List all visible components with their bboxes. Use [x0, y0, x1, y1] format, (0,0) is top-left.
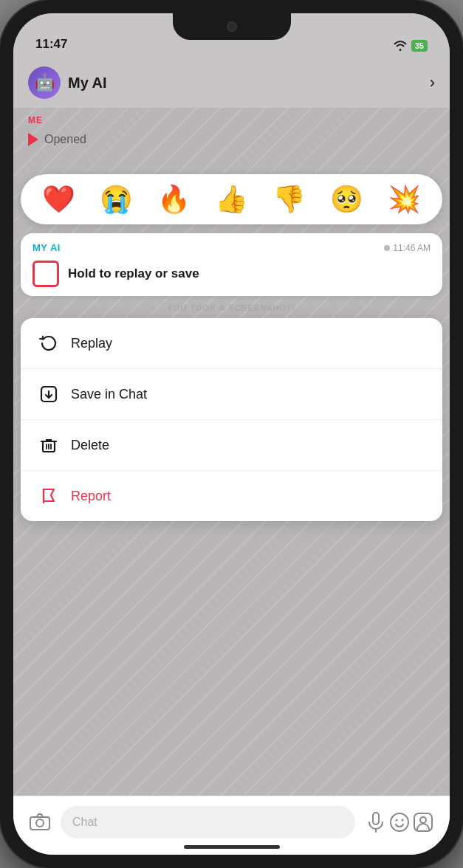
battery-badge: 35: [411, 40, 428, 52]
avatar: 🤖: [28, 66, 61, 99]
me-label: ME: [28, 115, 43, 125]
snap-preview: Hold to replay or save: [32, 261, 431, 287]
delete-label: Delete: [71, 438, 109, 453]
svg-rect-5: [373, 813, 379, 824]
status-icons: 35: [394, 40, 428, 52]
snap-box-icon: [32, 261, 59, 287]
svg-point-9: [402, 819, 404, 821]
camera-icon[interactable]: [28, 810, 52, 834]
my-ai-header: MY AI 11:46 AM: [32, 242, 431, 253]
chat-placeholder: Chat: [72, 816, 97, 829]
emoji-keyboard-icon[interactable]: [388, 810, 411, 834]
camera-notch: [227, 21, 237, 32]
my-ai-message: MY AI 11:46 AM Hold to replay or save: [21, 233, 442, 296]
menu-item-delete[interactable]: Delete: [21, 420, 442, 471]
status-bar: 11:47 35: [13, 13, 450, 58]
menu-item-save[interactable]: Save in Chat: [21, 369, 442, 420]
header-left: 🤖 My AI: [28, 66, 107, 99]
wifi-icon: [394, 41, 407, 51]
snap-message-text: Hold to replay or save: [68, 266, 199, 281]
menu-item-replay[interactable]: Replay: [21, 318, 442, 369]
menu-item-report[interactable]: Report: [21, 471, 442, 521]
header-chevron-icon[interactable]: ›: [430, 73, 435, 92]
svg-point-8: [396, 819, 398, 821]
ai-timestamp: 11:46 AM: [384, 243, 431, 253]
emoji-heart[interactable]: ❤️: [39, 180, 78, 218]
microphone-icon[interactable]: [364, 810, 388, 834]
replay-label: Replay: [71, 336, 112, 351]
home-indicator: [184, 845, 280, 849]
save-label: Save in Chat: [71, 387, 147, 402]
emoji-fire[interactable]: 🔥: [154, 180, 193, 218]
phone-frame: 11:47 35 🤖 My AI › ME: [0, 0, 463, 868]
bitmoji-icon[interactable]: [411, 810, 435, 834]
svg-point-7: [391, 813, 408, 831]
app-content: ME Opened ❤️ 😭 🔥 👍 👎 🥺 💥 MY AI: [13, 108, 450, 796]
context-menu: Replay Save in Chat: [21, 318, 442, 521]
delete-icon: [38, 435, 59, 455]
report-label: Report: [71, 489, 111, 504]
report-icon: [38, 486, 59, 506]
my-ai-label: MY AI: [32, 242, 61, 253]
emoji-cry[interactable]: 😭: [97, 180, 135, 218]
status-time: 11:47: [35, 37, 67, 52]
emoji-thumbsdown[interactable]: 👎: [270, 180, 309, 218]
emoji-thumbsup[interactable]: 👍: [212, 180, 250, 218]
chat-input[interactable]: Chat: [61, 806, 355, 838]
save-icon: [38, 384, 59, 404]
opened-arrow-icon: [28, 133, 38, 146]
notch: [173, 13, 291, 40]
opened-message: Opened: [28, 133, 86, 146]
emoji-explosion[interactable]: 💥: [385, 180, 424, 218]
emoji-pleading[interactable]: 🥺: [328, 180, 366, 218]
timestamp-dot: [384, 245, 390, 251]
emoji-reaction-row[interactable]: ❤️ 😭 🔥 👍 👎 🥺 💥: [21, 174, 442, 224]
phone-screen: 11:47 35 🤖 My AI › ME: [13, 13, 450, 855]
opened-text: Opened: [44, 133, 86, 146]
svg-point-11: [420, 817, 426, 823]
replay-icon: [38, 333, 59, 354]
chat-header: 🤖 My AI ›: [13, 58, 450, 108]
chat-title: My AI: [68, 75, 107, 92]
svg-point-4: [36, 819, 44, 827]
screenshot-notice: YOU TOOK A SCREENSHOT!: [13, 303, 450, 312]
timestamp-text: 11:46 AM: [393, 243, 431, 253]
